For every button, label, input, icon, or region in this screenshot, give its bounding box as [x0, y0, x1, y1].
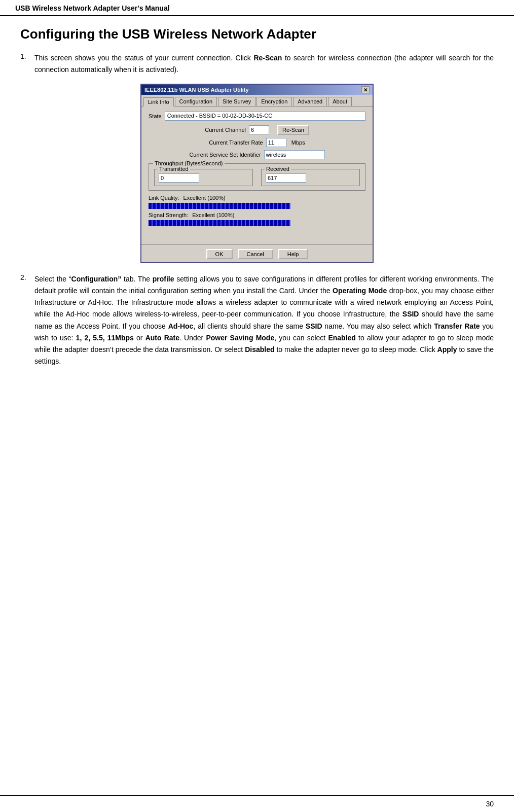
ok-button[interactable]: OK: [206, 249, 233, 259]
transmitted-legend: Transmitted: [158, 166, 190, 172]
tab-link-info[interactable]: Link Info: [143, 97, 174, 107]
received-legend: Received: [265, 166, 291, 172]
signal-strength-label: Signal Strength:: [149, 212, 188, 218]
tab-encryption[interactable]: Encryption: [256, 97, 292, 106]
received-group: Received: [261, 169, 360, 186]
tab-configuration[interactable]: Configuration: [175, 97, 217, 106]
state-label: State: [149, 113, 162, 119]
transfer-rate-label: Current Transfer Rate: [209, 139, 263, 146]
link-quality-bar-container: [149, 203, 365, 209]
dialog-footer: OK Cancel Help: [141, 244, 373, 262]
rescan-button[interactable]: Re-Scan: [277, 125, 309, 135]
page-header: USB Wireless Network Adapter User's Manu…: [0, 0, 514, 16]
dialog-tabs: Link Info Configuration Site Survey Encr…: [141, 95, 373, 106]
header-title: USB Wireless Network Adapter User's Manu…: [15, 4, 170, 12]
dialog-body: State Connected - BSSID = 00-02-DD-30-15…: [141, 106, 373, 244]
link-quality-label: Link Quality:: [149, 195, 179, 201]
cancel-button[interactable]: Cancel: [238, 249, 273, 259]
channel-input[interactable]: [249, 125, 269, 134]
section-2-body: Select the “Configuration” tab. The prof…: [34, 273, 494, 367]
ssid-input[interactable]: [264, 150, 325, 159]
signal-strength-bar-container: [149, 220, 365, 226]
transfer-rate-input[interactable]: [266, 138, 286, 147]
help-button[interactable]: Help: [278, 249, 308, 259]
received-value[interactable]: [266, 173, 306, 183]
transmitted-group: Transmitted: [154, 169, 253, 186]
section-2-number: 2.: [20, 273, 34, 367]
page-number: 30: [486, 800, 494, 808]
tab-site-survey[interactable]: Site Survey: [218, 97, 255, 106]
ssid-label: Current Service Set Identifier: [189, 152, 261, 158]
dialog-title: IEEE802.11b WLAN USB Adapter Utility: [144, 87, 249, 93]
tab-advanced[interactable]: Advanced: [293, 97, 327, 106]
link-quality-bar: [149, 203, 290, 209]
signal-strength-value: Excellent (100%): [192, 212, 234, 218]
throughput-group: Throughput (Bytes/Second) Transmitted Re…: [149, 163, 365, 191]
transfer-rate-unit: Mbps: [291, 139, 305, 146]
transmitted-value[interactable]: [159, 173, 199, 183]
dialog-box: IEEE802.11b WLAN USB Adapter Utility ✕ L…: [140, 84, 374, 263]
signal-strength-bar: [149, 220, 290, 226]
section-1-number: 1.: [20, 52, 34, 76]
tab-about[interactable]: About: [328, 97, 352, 106]
dialog-close-button[interactable]: ✕: [361, 86, 370, 93]
state-value: Connected - BSSID = 00-02-DD-30-15-CC: [165, 112, 365, 121]
dialog-titlebar: IEEE802.11b WLAN USB Adapter Utility ✕: [141, 85, 373, 95]
link-quality-value: Excellent (100%): [183, 195, 226, 201]
page-title: Configuring the USB Wireless Network Ada…: [20, 26, 494, 42]
section-1-body: This screen shows you the status of your…: [34, 52, 494, 76]
channel-label: Current Channel: [205, 127, 246, 133]
